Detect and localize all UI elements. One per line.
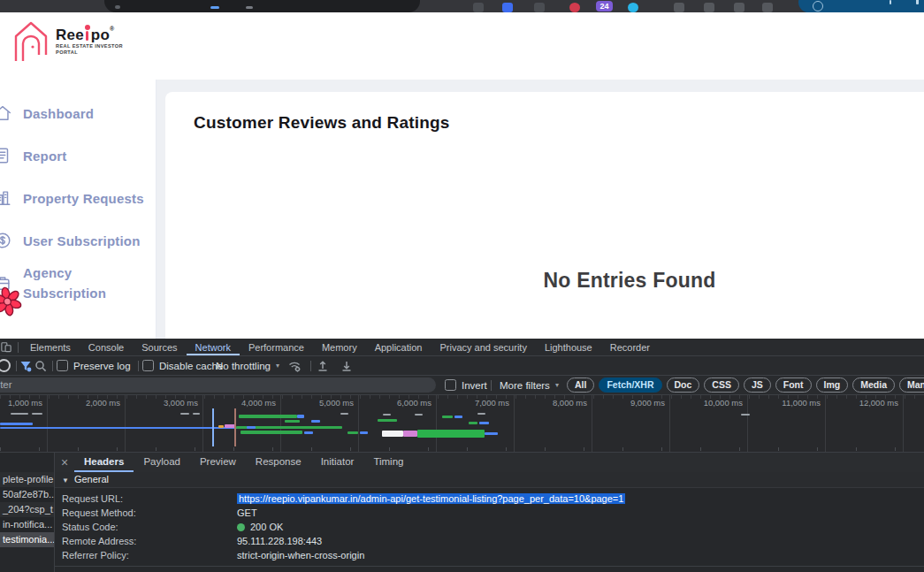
- sidebar-item-property-requests[interactable]: Property Requests: [0, 177, 156, 219]
- page-title: Customer Reviews and Ratings: [165, 92, 924, 133]
- detail-row: Status Code:200 OK: [55, 520, 924, 534]
- request-row[interactable]: 50af2e87b...: [0, 487, 54, 502]
- invert-checkbox[interactable]: Invert: [445, 376, 487, 394]
- brand-part2: po: [91, 27, 110, 42]
- detail-label: Status Code:: [55, 520, 237, 534]
- details-tab-preview[interactable]: Preview: [190, 453, 246, 472]
- detail-value[interactable]: strict-origin-when-cross-origin: [237, 548, 364, 562]
- filter-chip-all[interactable]: All: [567, 378, 594, 393]
- sidebar-item-dashboard[interactable]: Dashboard: [0, 92, 156, 134]
- throttling-dropdown[interactable]: No throttling▾: [210, 356, 279, 375]
- details-tab-initiator[interactable]: Initiator: [311, 453, 364, 472]
- network-conditions-icon[interactable]: [288, 356, 301, 375]
- devtools-tab-sources[interactable]: Sources: [133, 339, 186, 355]
- extension-icon[interactable]: [534, 3, 545, 12]
- devtools-tab-application[interactable]: Application: [366, 339, 431, 355]
- search-icon[interactable]: [34, 356, 47, 375]
- extension-icon[interactable]: [473, 3, 484, 12]
- chevron-down-icon: ▾: [276, 362, 279, 370]
- divider: [138, 361, 139, 371]
- details-tab-payload[interactable]: Payload: [134, 453, 190, 472]
- devtools-tabs: ElementsConsoleSourcesNetworkPerformance…: [21, 339, 659, 355]
- filter-chip-fetch-xhr[interactable]: Fetch/XHR: [599, 378, 661, 393]
- time-tick-label: 12,000 ms: [828, 398, 898, 408]
- request-row[interactable]: in-notifica...: [0, 517, 54, 532]
- detail-row: Request URL:https://reepio.vipankumar.in…: [55, 492, 924, 506]
- preserve-log-checkbox[interactable]: Preserve log: [57, 356, 131, 375]
- house-logo-icon: [11, 19, 50, 64]
- general-section-header[interactable]: ▼General: [55, 472, 924, 488]
- profile-pill-mark: [916, 0, 919, 4]
- request-row[interactable]: plete-profile: [0, 472, 54, 487]
- details-tab-headers[interactable]: Headers: [74, 453, 134, 472]
- network-overview-waterfall[interactable]: 1,000 ms2,000 ms3,000 ms4,000 ms5,000 ms…: [0, 395, 924, 453]
- filter-chip-font[interactable]: Font: [775, 378, 812, 393]
- profile-pill[interactable]: [798, 0, 924, 12]
- divider: [491, 380, 492, 391]
- detail-value[interactable]: https://reepio.vipankumar.in/admin-api/g…: [237, 492, 625, 506]
- request-row[interactable]: _204?csp_t...: [0, 502, 54, 517]
- detail-value[interactable]: 200 OK: [237, 520, 283, 534]
- request-url-value[interactable]: https://reepio.vipankumar.in/admin-api/g…: [237, 493, 625, 504]
- waterfall-bar: [477, 413, 485, 415]
- extension-icon[interactable]: [569, 3, 580, 12]
- filter-chip-js[interactable]: JS: [744, 378, 771, 393]
- details-tab-timing[interactable]: Timing: [363, 453, 413, 472]
- time-tick-label: 9,000 ms: [594, 398, 665, 408]
- extension-icon[interactable]: [628, 3, 638, 12]
- sidebar-item-agency-subscription[interactable]: Agency Subscription: [0, 262, 156, 304]
- sidebar-item-label: Report: [23, 146, 149, 166]
- time-tick-label: 10,000 ms: [672, 398, 743, 408]
- devtools-tab-privacy-and-security[interactable]: Privacy and security: [431, 339, 535, 355]
- filter-chip-img[interactable]: Img: [816, 378, 849, 393]
- sidebar-item-user-subscription[interactable]: User Subscription: [0, 219, 156, 262]
- close-icon[interactable]: ×: [55, 453, 74, 472]
- filter-chip-manifest[interactable]: Manifest: [899, 378, 924, 393]
- devtools-tab-elements[interactable]: Elements: [21, 339, 80, 355]
- grid-line: [125, 395, 126, 452]
- devtools-tab-memory[interactable]: Memory: [313, 339, 366, 355]
- extension-icon[interactable]: [674, 3, 684, 12]
- url-text-fragment: [246, 6, 253, 9]
- detail-value[interactable]: 95.111.228.198:443: [237, 534, 322, 548]
- extension-icon[interactable]: [734, 3, 745, 12]
- details-tab-response[interactable]: Response: [246, 453, 311, 472]
- filter-chip-media[interactable]: Media: [852, 378, 895, 393]
- devtools-tab-network[interactable]: Network: [187, 339, 240, 355]
- devtools-tab-console[interactable]: Console: [80, 339, 133, 355]
- filter-chip-css[interactable]: CSS: [704, 378, 739, 393]
- devtools-tab-recorder[interactable]: Recorder: [601, 339, 659, 355]
- waterfall-bar: [442, 416, 453, 418]
- extension-icon[interactable]: [762, 3, 773, 12]
- grid-line: [47, 395, 48, 452]
- filter-input[interactable]: Filter: [0, 378, 436, 393]
- detail-value[interactable]: GET: [237, 506, 257, 520]
- record-network-log-button[interactable]: [0, 356, 11, 375]
- url-bar[interactable]: [104, 0, 420, 12]
- device-toolbar-icon[interactable]: [1, 340, 11, 354]
- waterfall-bar: [454, 416, 462, 418]
- extension-icon[interactable]: [704, 3, 714, 12]
- filter-chip-doc[interactable]: Doc: [667, 378, 700, 393]
- dollar-circle-icon: [0, 231, 12, 250]
- devtools-tab-lighthouse[interactable]: Lighthouse: [536, 339, 601, 355]
- export-har-icon[interactable]: [340, 356, 353, 375]
- extension-icon[interactable]: [502, 3, 513, 12]
- pin-icon: [85, 27, 90, 42]
- waterfall-bar: [241, 431, 302, 434]
- more-filters-dropdown[interactable]: More filters ▾: [500, 376, 559, 394]
- import-har-icon[interactable]: [317, 356, 329, 375]
- filter-icon[interactable]: [19, 356, 32, 375]
- sidebar-item-report[interactable]: Report: [0, 134, 156, 177]
- section-divider: [55, 566, 924, 567]
- home-icon: [0, 103, 12, 123]
- extension-badge[interactable]: 24: [596, 1, 613, 11]
- logo-tagline-2: PORTAL: [56, 50, 123, 56]
- request-row[interactable]: testimonia...: [0, 532, 54, 547]
- reepo-logo[interactable]: Ree po ® REAL ESTATE INVESTOR PORTAL: [11, 19, 123, 64]
- url-bar-icon: [115, 5, 120, 9]
- sidebar-nav: DashboardReportProperty RequestsUser Sub…: [0, 80, 157, 339]
- sidebar-item-label: Dashboard: [23, 103, 149, 124]
- waterfall-bar: [485, 432, 498, 435]
- devtools-tab-performance[interactable]: Performance: [240, 339, 313, 355]
